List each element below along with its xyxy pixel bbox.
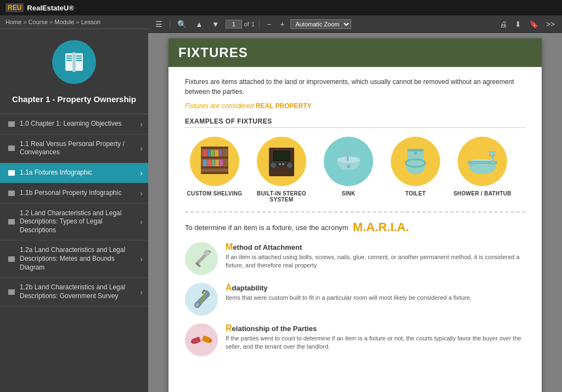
breadcrumb-lesson[interactable]: Lesson xyxy=(81,19,100,25)
sidebar-label-1-2a: 1.2a Land Characteristics and Legal Desc… xyxy=(20,246,138,272)
top-bar: REU RealEstateU® xyxy=(0,0,562,15)
fixture-sink: SINK xyxy=(319,137,378,203)
toolbar-sep-1 xyxy=(170,19,170,29)
prev-page-btn[interactable]: ▲ xyxy=(193,19,206,30)
svg-rect-26 xyxy=(274,152,289,160)
main-layout: Home » Course » Module » Lesson xyxy=(0,15,562,392)
maria-section: To determine if an item is a fixture, us… xyxy=(185,220,525,356)
toolbar-right: 🖨 ⬇ 🔖 >> xyxy=(497,19,558,30)
fixture-icon-sink xyxy=(324,137,373,186)
svg-point-51 xyxy=(492,156,493,158)
stereo-svg xyxy=(262,142,301,181)
highlight-prefix: Fixtures are considered xyxy=(185,102,256,110)
maria-desc-a: Items that were custom built to fit in a… xyxy=(226,294,525,302)
fixture-icon-toilet xyxy=(391,137,440,186)
sidebar-item-1-2[interactable]: 1.2 Land Characteristics and Legal Descr… xyxy=(0,204,148,241)
doc-icon-1-2 xyxy=(8,218,15,226)
svg-rect-16 xyxy=(211,150,214,156)
maria-text-m: Method of Attachment If an item is attac… xyxy=(226,242,525,270)
svg-rect-18 xyxy=(219,150,222,156)
sidebar-item-1-2b[interactable]: 1.2b Land Characteristics and Legal Desc… xyxy=(0,278,148,306)
page-input[interactable] xyxy=(226,20,242,29)
maria-intro-text: To determine if an item is a fixture, us… xyxy=(185,223,349,232)
svg-rect-17 xyxy=(215,150,218,156)
svg-rect-7 xyxy=(76,60,82,61)
logo: REU xyxy=(5,3,24,12)
fixtures-highlight: Fixtures are considered REAL PROPERTY xyxy=(185,102,525,110)
print-btn[interactable]: 🖨 xyxy=(497,19,510,30)
sidebar-item-1-2a[interactable]: 1.2a Land Characteristics and Legal Desc… xyxy=(0,240,148,278)
svg-rect-6 xyxy=(76,58,82,59)
chapter-title: Chapter 1 - Property Ownership xyxy=(0,89,148,114)
svg-point-33 xyxy=(282,163,284,165)
svg-rect-13 xyxy=(201,172,228,174)
doc-icon-1-2b xyxy=(8,288,15,296)
doc-icon-1-1b xyxy=(8,189,15,197)
maria-heading-m: ethod of Attachment xyxy=(233,243,302,251)
sidebar-item-1-1b[interactable]: 1.1b Personal Property Infographic › xyxy=(0,183,148,204)
svg-rect-40 xyxy=(347,156,349,161)
svg-point-59 xyxy=(195,303,199,306)
arrow-1-2: › xyxy=(140,217,143,226)
fixture-label-toilet: TOILET xyxy=(405,191,425,197)
fixtures-title: FIXTURES xyxy=(168,38,542,67)
svg-point-45 xyxy=(414,152,417,155)
svg-rect-19 xyxy=(203,160,206,166)
zoom-select[interactable]: Automatic Zoom 50% 75% 100% 125% 150% 20… xyxy=(290,19,351,29)
sidebar-item-1-1a[interactable]: 1.1a Fixtures Infographic › xyxy=(0,163,148,183)
sidebar: Home » Course » Module » Lesson xyxy=(0,15,148,392)
page-of: of xyxy=(244,21,249,27)
breadcrumb-module[interactable]: Module xyxy=(54,19,74,25)
svg-rect-5 xyxy=(76,55,82,57)
fixture-shower: SHOWER / BATHTUB xyxy=(453,137,512,203)
sidebar-toggle-btn[interactable]: ☰ xyxy=(153,19,165,30)
breadcrumb-home[interactable]: Home xyxy=(5,19,21,25)
svg-rect-42 xyxy=(407,149,424,152)
sidebar-icon-area xyxy=(0,29,148,89)
maria-icon-m xyxy=(185,242,218,275)
svg-rect-12 xyxy=(201,166,228,169)
app-title: RealEstateU® xyxy=(27,4,74,12)
fixture-label-stereo: BUILT-IN STEREO SYSTEM xyxy=(252,191,311,203)
zoom-out-btn[interactable]: − xyxy=(264,19,274,30)
book-icon xyxy=(52,40,96,84)
maria-letter-a: A xyxy=(226,283,232,292)
toilet-svg xyxy=(396,142,435,181)
sidebar-item-1-0[interactable]: 1.0 Chapter 1: Learning Objectives › xyxy=(0,114,148,135)
arrow-1-1a: › xyxy=(140,169,143,177)
download-btn[interactable]: ⬇ xyxy=(512,19,524,30)
sidebar-item-1-1[interactable]: 1.1 Real Versus Personal Property / Conv… xyxy=(0,135,148,163)
more-btn[interactable]: >> xyxy=(543,19,558,30)
maria-heading-r: elationship of the Parties xyxy=(232,324,317,333)
book-svg xyxy=(61,49,87,75)
sidebar-label-1-1b: 1.1b Personal Property Infographic xyxy=(20,189,138,198)
bookmark-btn[interactable]: 🔖 xyxy=(526,19,541,30)
breadcrumb: Home » Course » Module » Lesson xyxy=(0,15,148,29)
sidebar-label-1-2b: 1.2b Land Characteristics and Legal Desc… xyxy=(20,283,138,300)
svg-point-52 xyxy=(494,155,496,156)
relationship-svg xyxy=(188,327,215,353)
next-page-btn[interactable]: ▼ xyxy=(209,19,222,30)
svg-point-32 xyxy=(279,163,281,165)
search-btn[interactable]: 🔍 xyxy=(175,19,189,30)
arrow-1-1b: › xyxy=(140,189,143,198)
zoom-in-btn[interactable]: + xyxy=(277,19,287,30)
svg-rect-4 xyxy=(66,60,72,61)
svg-rect-3 xyxy=(66,58,72,59)
sink-svg xyxy=(329,142,368,181)
arrow-1-0: › xyxy=(140,120,143,128)
pdf-page: FIXTURES Fixtures are items attached to … xyxy=(168,38,542,392)
maria-icon-a xyxy=(185,283,218,316)
svg-rect-22 xyxy=(215,160,219,166)
maria-letter-r: R xyxy=(226,323,232,333)
pdf-area: ☰ 🔍 ▲ ▼ of 1 − + Automatic Zoom 50% 75% … xyxy=(148,15,562,392)
maria-item-m: Method of Attachment If an item is attac… xyxy=(185,242,525,275)
breadcrumb-course[interactable]: Course xyxy=(29,19,48,25)
fixture-label-sink: SINK xyxy=(341,191,355,197)
fixture-label-shelving: CUSTOM SHELVING xyxy=(187,191,243,197)
svg-rect-14 xyxy=(203,150,207,156)
page-total: 1 xyxy=(251,21,255,27)
fixture-stereo: BUILT-IN STEREO SYSTEM xyxy=(252,137,311,203)
svg-rect-15 xyxy=(207,150,210,156)
fixture-icon-stereo xyxy=(257,137,306,186)
